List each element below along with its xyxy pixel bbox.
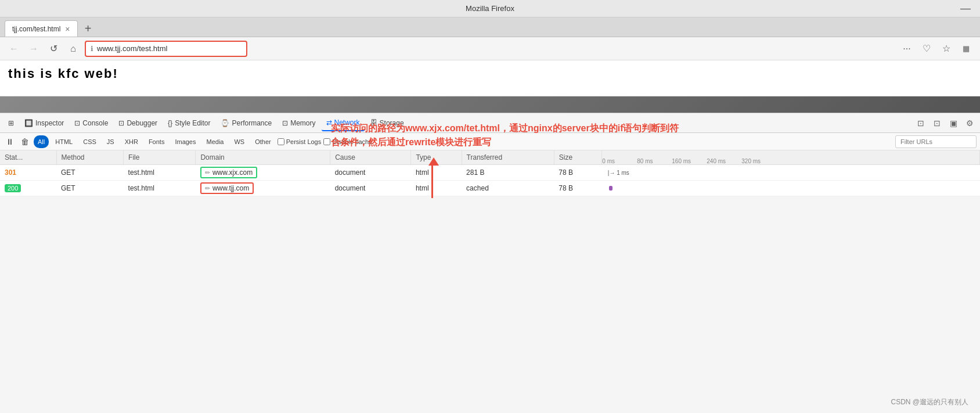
- bookmark-btn[interactable]: ♡: [918, 41, 935, 57]
- style-editor-icon: {}: [168, 119, 172, 127]
- browser-tab[interactable]: tjj.com/test.html ×: [5, 20, 78, 37]
- back-btn[interactable]: ←: [6, 41, 22, 57]
- edit-icon: ✏: [205, 169, 210, 177]
- star-btn[interactable]: ☆: [938, 41, 954, 57]
- inspector-label: Inspector: [35, 119, 64, 127]
- size-cell: 78 B: [554, 181, 601, 196]
- memory-icon: ⊡: [282, 119, 288, 127]
- tab-console[interactable]: ⊡ Console: [70, 115, 113, 131]
- tab-memory[interactable]: ⊡ Memory: [278, 115, 320, 131]
- console-label: Console: [82, 119, 108, 127]
- titlebar: Mozilla Firefox —: [0, 0, 980, 17]
- performance-icon: ⌚: [221, 119, 229, 127]
- titlebar-close-btn[interactable]: —: [960, 2, 971, 15]
- page-content: this is kfc web!: [0, 60, 980, 96]
- filter-images-btn[interactable]: Images: [171, 135, 200, 148]
- responsive-icon: ⊞: [8, 119, 14, 127]
- filter-other-btn[interactable]: Other: [251, 135, 275, 148]
- home-btn[interactable]: ⌂: [65, 41, 81, 57]
- tab-style-editor[interactable]: {} Style Editor: [163, 115, 215, 131]
- tab-performance[interactable]: ⌚ Performance: [216, 115, 276, 131]
- waterfall-tick-2: 160 ms: [672, 158, 691, 164]
- bottom-attribution: CSDN @遛远的只有别人: [891, 397, 968, 407]
- devtools-settings-btn[interactable]: ▣: [946, 116, 960, 130]
- cause-cell: document: [330, 181, 411, 196]
- network-clear-btn[interactable]: 🗑: [19, 135, 31, 148]
- domain-value: ✏ www.xjx.com: [200, 167, 257, 178]
- network-pause-btn[interactable]: ⏸: [3, 135, 16, 148]
- filter-html-btn[interactable]: HTML: [51, 135, 77, 148]
- col-header-cause[interactable]: Cause: [330, 150, 411, 165]
- persist-logs-checkbox[interactable]: Persist Logs: [278, 138, 322, 145]
- sidebar-icon: ▦: [963, 44, 970, 53]
- refresh-icon: ↺: [50, 43, 57, 54]
- forward-icon: →: [29, 44, 38, 54]
- table-row[interactable]: 200 GET test.html ✏ www.tjj.com document…: [0, 181, 980, 196]
- filter-ws-btn[interactable]: WS: [230, 135, 248, 148]
- titlebar-title: Mozilla Firefox: [466, 4, 514, 13]
- file-cell: test.html: [124, 165, 196, 181]
- type-cell: html: [411, 165, 462, 181]
- debugger-label: Debugger: [127, 119, 157, 127]
- devtools-dock2-btn[interactable]: ⊡: [930, 116, 944, 130]
- tab-bar: tjj.com/test.html × +: [0, 17, 980, 37]
- filter-css-btn[interactable]: CSS: [79, 135, 100, 148]
- debugger-icon: ⊡: [118, 119, 124, 127]
- col-header-size[interactable]: Size: [554, 150, 601, 165]
- sidebar-btn[interactable]: ▦: [958, 41, 974, 57]
- col-header-file[interactable]: File: [124, 150, 196, 165]
- col-header-status[interactable]: Stat...: [0, 150, 56, 165]
- table-row[interactable]: 301 GET test.html ✏ www.xjx.com document…: [0, 165, 980, 181]
- url-text: www.tjj.com/test.html: [97, 44, 167, 53]
- filter-fonts-btn[interactable]: Fonts: [145, 135, 169, 148]
- tab-debugger[interactable]: ⊡ Debugger: [114, 115, 162, 131]
- filter-js-btn[interactable]: JS: [103, 135, 118, 148]
- tab-inspector[interactable]: 🔲 Inspector: [20, 115, 69, 131]
- devtools-right-buttons: ⊡ ⊡ ▣ ⚙: [914, 116, 977, 130]
- annotation-line1: 实际访问的路径为www.xjx.com/tet.html，通过nginx的ser…: [331, 123, 679, 133]
- annotation-arrow: [431, 163, 433, 198]
- waterfall-tick-1: 80 ms: [637, 158, 653, 164]
- filter-all-btn[interactable]: All: [34, 135, 49, 148]
- banner-image: [0, 96, 980, 113]
- filter-urls-input[interactable]: [895, 135, 977, 148]
- performance-label: Performance: [232, 119, 272, 127]
- waterfall-tick-0: 0 ms: [602, 158, 615, 164]
- tab-close-btn[interactable]: ×: [65, 24, 70, 34]
- network-requests-table: Stat... Method File Domain Cause Type Tr…: [0, 150, 980, 196]
- url-bar[interactable]: ℹ www.tjj.com/test.html: [85, 41, 247, 57]
- filter-media-btn[interactable]: Media: [202, 135, 228, 148]
- edit-icon: ✏: [205, 185, 210, 192]
- waterfall-cell: |→ 1 ms: [602, 165, 980, 181]
- col-header-domain[interactable]: Domain: [196, 150, 330, 165]
- tab-label: tjj.com/test.html: [12, 25, 60, 33]
- status-badge: 301: [5, 168, 16, 177]
- status-cell: 301: [0, 165, 56, 181]
- forward-btn[interactable]: →: [26, 41, 42, 57]
- annotation-line2: 合条件，然后通过rewrite模块进行重写: [331, 137, 491, 147]
- home-icon: ⌂: [70, 44, 76, 54]
- method-cell: GET: [56, 181, 124, 196]
- annotation-callout: 实际访问的路径为www.xjx.com/tet.html，通过nginx的ser…: [331, 121, 679, 149]
- devtools-more-btn[interactable]: ⚙: [963, 116, 977, 130]
- responsive-design-btn[interactable]: ⊞: [3, 115, 19, 131]
- persist-logs-label: Persist Logs: [286, 138, 322, 145]
- col-header-transferred[interactable]: Transferred: [462, 150, 554, 165]
- devtools-dock-btn[interactable]: ⊡: [914, 116, 928, 130]
- page-heading: this is kfc web!: [8, 66, 972, 81]
- col-header-method[interactable]: Method: [56, 150, 124, 165]
- domain-cell: ✏ www.xjx.com: [196, 165, 330, 181]
- console-icon: ⊡: [74, 119, 80, 127]
- waterfall-tick-4: 320 ms: [741, 158, 761, 164]
- inspector-icon: 🔲: [24, 119, 33, 127]
- navigation-bar: ← → ↺ ⌂ ℹ www.tjj.com/test.html ··· ♡ ☆ …: [0, 37, 980, 60]
- waterfall-tick-3: 240 ms: [707, 158, 726, 164]
- domain-value: ✏ www.tjj.com: [200, 182, 254, 194]
- file-cell: test.html: [124, 181, 196, 196]
- more-btn[interactable]: ···: [899, 41, 915, 57]
- refresh-btn[interactable]: ↺: [45, 41, 62, 57]
- status-cell: 200: [0, 181, 56, 196]
- filter-xhr-btn[interactable]: XHR: [121, 135, 142, 148]
- new-tab-btn[interactable]: +: [80, 20, 96, 37]
- memory-label: Memory: [290, 119, 315, 127]
